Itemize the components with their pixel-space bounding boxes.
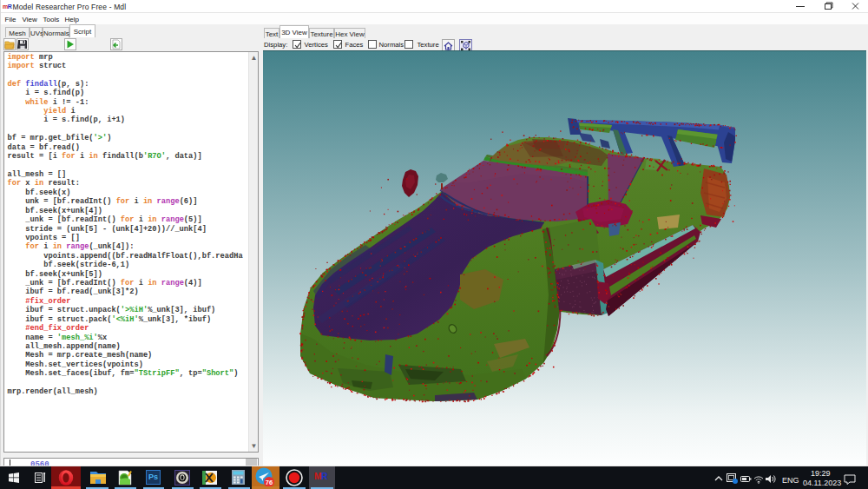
svg-text:76: 76 <box>266 479 273 486</box>
